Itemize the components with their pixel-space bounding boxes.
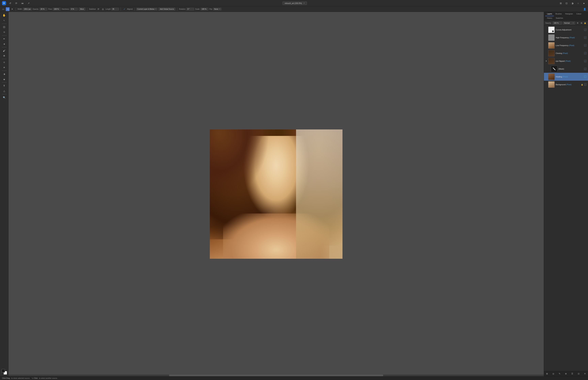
- fx-icon[interactable]: ✎: [558, 372, 561, 375]
- fg-color-swatch[interactable]: [1, 369, 5, 373]
- tab-brushes[interactable]: Brushes: [554, 12, 564, 16]
- layer-info-background: Background (Pixel): [556, 83, 580, 86]
- layer-item-eye-flipped[interactable]: ▼ eye flipped (Pixel) ✓: [544, 57, 588, 65]
- flip-dropdown[interactable]: None ▼: [213, 8, 221, 10]
- duplicate-icon[interactable]: ⊡: [577, 372, 580, 375]
- burn-tool[interactable]: ◒: [1, 77, 7, 81]
- add-global-source-button[interactable]: Add Global Source: [158, 8, 175, 11]
- tab-colour[interactable]: Colour: [575, 12, 583, 16]
- pen-tool[interactable]: ✒: [1, 37, 7, 41]
- layer-visibility-eye[interactable]: ✓: [584, 60, 587, 62]
- rect-select-icon[interactable]: ▭: [1, 7, 5, 11]
- width-group: Width: 155.1 px: [18, 8, 32, 10]
- mask-icon[interactable]: ⊗: [564, 372, 568, 375]
- heal-tool[interactable]: ⊕: [1, 65, 7, 70]
- color-wheel-icon[interactable]: ◑: [570, 1, 574, 5]
- crop-icon[interactable]: ⊡: [565, 1, 569, 5]
- nav-start-icon[interactable]: ⏮: [20, 1, 24, 5]
- layer-type-lf: (Pixel): [569, 44, 574, 46]
- layer-name-lf: Low Frequency (Pixel): [556, 44, 574, 46]
- layer-expand-eye[interactable]: ▼: [546, 60, 547, 62]
- title-bar-center: retouch_wt (150.0%) ✕: [33, 1, 556, 5]
- layer-visibility-healing[interactable]: ✓: [584, 76, 587, 78]
- layer-item-background[interactable]: Background (Pixel) 🔒 ✓: [544, 81, 588, 88]
- dodge-tool[interactable]: ◑: [1, 72, 7, 76]
- star-icon[interactable]: ✦: [10, 7, 14, 11]
- sync-icon[interactable]: ⟳: [14, 1, 18, 5]
- rotation-group: Rotation: 0 °: [179, 8, 194, 10]
- layer-visibility-mask[interactable]: ✓: [584, 68, 587, 70]
- crop-tool[interactable]: ⊡: [1, 25, 7, 29]
- search-icon[interactable]: ⊞: [580, 21, 583, 24]
- transform-tool[interactable]: ⟲: [1, 30, 7, 35]
- refresh-icon[interactable]: ↺: [8, 1, 12, 5]
- clone-tool active[interactable]: ⊙: [1, 60, 7, 65]
- layer-type-eye: (Pixel): [565, 60, 570, 62]
- rotation-value[interactable]: 0 °: [187, 8, 194, 10]
- scrollbar-thumb[interactable]: [169, 375, 383, 376]
- canvas-scrollbar[interactable]: [8, 375, 544, 376]
- fill-tool[interactable]: ⊕: [1, 53, 7, 58]
- close-icon[interactable]: ✕: [303, 2, 305, 4]
- aligned-check-icon[interactable]: ✓: [122, 7, 126, 11]
- hardness-value[interactable]: 0 %: [70, 8, 78, 10]
- user-icon[interactable]: 👤: [583, 7, 587, 11]
- layer-name-cloning: Cloning (Pixel): [556, 52, 568, 54]
- app-icon[interactable]: A: [2, 1, 6, 5]
- layer-visibility-lf[interactable]: ✓: [584, 44, 587, 47]
- tab-swatches[interactable]: Swatches: [554, 16, 565, 20]
- lasso-icon[interactable]: ◁: [6, 7, 10, 11]
- layer-thumb-mask: [551, 66, 557, 72]
- opacity-value[interactable]: 20 %: [39, 8, 47, 10]
- tab-layers[interactable]: Layers: [545, 12, 554, 16]
- select-tool[interactable]: ↖: [1, 18, 7, 23]
- layer-visibility-cloning[interactable]: ✓: [584, 52, 587, 55]
- tool-sep2: [2, 35, 7, 36]
- file-tab[interactable]: retouch_wt (150.0%) ✕: [283, 1, 307, 5]
- color-swatches[interactable]: [1, 369, 7, 375]
- layer-info-cloning: Cloning (Pixel): [556, 52, 583, 54]
- source-arrow: ▼: [155, 8, 156, 10]
- layer-visibility-hf[interactable]: ✓: [584, 37, 587, 39]
- circle-icon[interactable]: ○: [576, 1, 580, 5]
- tab-history[interactable]: History: [545, 16, 554, 20]
- flow-value[interactable]: 100 %: [53, 8, 60, 10]
- stabiliser-icon2[interactable]: ◎: [101, 7, 105, 11]
- layer-item-curves[interactable]: Curves Adjustment ✓: [544, 26, 588, 34]
- length-value[interactable]: 35: [111, 8, 119, 10]
- paint-tool[interactable]: 🖌: [1, 48, 7, 53]
- more-button[interactable]: More: [79, 8, 85, 11]
- layer-item-lf[interactable]: Low Frequency (Pixel) ✓: [544, 41, 588, 49]
- zoom-tool[interactable]: 🔍: [1, 95, 7, 100]
- tab-histogram[interactable]: Histogram: [564, 12, 575, 16]
- layer-item-healing[interactable]: Healing (Pixel) ✓: [544, 73, 588, 81]
- dot-icon[interactable]: ●: [582, 1, 586, 5]
- layer-visibility-background[interactable]: ✓: [584, 83, 587, 86]
- source-dropdown[interactable]: Current Layer & Below ▼: [136, 8, 158, 10]
- layer-item-cloning[interactable]: Cloning (Pixel) ✓: [544, 49, 588, 57]
- layer-visibility-curves[interactable]: ✓: [584, 29, 587, 31]
- delete-icon[interactable]: ✕: [583, 372, 587, 375]
- adjustment-icon[interactable]: ◎: [551, 372, 555, 375]
- lock-icon[interactable]: 🔒: [584, 21, 587, 24]
- node-tool[interactable]: ◈: [1, 41, 7, 46]
- toolbar: ▭ ◁ ✦ Width: 155.1 px Opacity: 20 % Flow…: [0, 6, 588, 12]
- group-icon[interactable]: ☰: [571, 372, 574, 375]
- text-tool[interactable]: T: [1, 83, 7, 88]
- shape-tool[interactable]: △: [1, 88, 7, 93]
- layers-icon[interactable]: ⊞: [545, 372, 549, 375]
- width-value[interactable]: 155.1 px: [23, 8, 32, 10]
- scale-value[interactable]: 100 %: [201, 8, 208, 10]
- layer-item-hf[interactable]: High Frequency (Pixel) ✓: [544, 34, 588, 41]
- panel-tabs: Layers Brushes Histogram Colour History …: [544, 12, 588, 20]
- layer-item-mask[interactable]: (Mask) ✓: [544, 65, 588, 73]
- share-icon[interactable]: ↗: [27, 1, 31, 5]
- canvas-area[interactable]: [8, 12, 544, 376]
- gear-icon[interactable]: ⚙: [576, 21, 579, 24]
- stabiliser-toggle[interactable]: ⟳: [97, 7, 100, 11]
- grid-icon[interactable]: ⊞: [559, 1, 563, 5]
- opacity-field[interactable]: 100 %: [553, 22, 562, 24]
- stabiliser-label: Stabiliser: [89, 8, 96, 10]
- blend-mode-dropdown[interactable]: Normal ▼: [563, 22, 575, 24]
- move-tool[interactable]: ✋: [1, 13, 7, 18]
